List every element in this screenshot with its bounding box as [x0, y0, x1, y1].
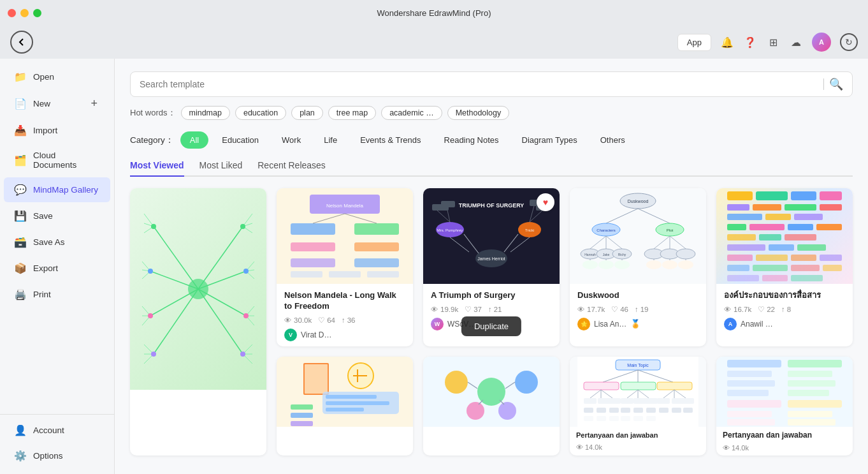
svg-rect-212 [788, 360, 842, 367]
svg-rect-193 [597, 408, 606, 413]
hotword-academic[interactable]: academic … [381, 106, 442, 120]
svg-point-32 [188, 279, 208, 299]
svg-rect-195 [621, 408, 630, 413]
card-7-svg [423, 357, 560, 427]
help-icon[interactable]: ❓ [743, 35, 757, 49]
new-icon: 📄 [14, 98, 27, 110]
sidebar-item-options[interactable]: ⚙️ Options [4, 443, 110, 468]
back-button[interactable] [10, 31, 33, 54]
svg-point-101 [646, 260, 662, 269]
cat-diagram[interactable]: Diagram Types [512, 131, 587, 149]
refresh-icon[interactable]: ↻ [840, 33, 858, 51]
hotword-treemap[interactable]: tree map [328, 106, 376, 120]
card-7-info [423, 427, 560, 438]
cat-work[interactable]: Work [272, 131, 310, 149]
heart-icon-4: ♡ [611, 305, 618, 314]
svg-rect-133 [791, 255, 816, 261]
card-5[interactable]: องค์ประกอบของการสื่อสาร 👁 16.7k ♡ 22 ↑ [716, 188, 853, 346]
heart-button-3[interactable]: ♥ [537, 193, 554, 211]
sidebar-item-save[interactable]: 💾 Save [4, 204, 110, 228]
sidebar-item-export[interactable]: 📦 Export [4, 256, 110, 281]
search-input[interactable] [140, 79, 818, 89]
heart-icon-3: ♡ [465, 305, 472, 314]
sidebar-item-account[interactable]: 👤 Account [4, 418, 110, 443]
svg-point-98 [582, 260, 598, 269]
svg-rect-111 [756, 191, 788, 200]
svg-rect-48 [354, 258, 399, 267]
svg-rect-138 [823, 265, 842, 271]
card-1[interactable] [130, 188, 266, 455]
author-name-2: Virat D… [301, 330, 331, 339]
svg-rect-125 [727, 234, 756, 241]
close-button[interactable] [8, 9, 16, 17]
sidebar-item-print[interactable]: 🖨️ Print [4, 282, 110, 307]
hotword-methodology[interactable]: Methodology [447, 106, 510, 120]
card-4-title: Duskwood [577, 290, 698, 301]
card-3[interactable]: TRIUMPH OF SURGERY Mrs. Pumphrey Tricki … [423, 188, 560, 346]
options-icon: ⚙️ [14, 450, 27, 462]
sidebar-item-cloud[interactable]: 🗂️ Cloud Documents [4, 144, 110, 176]
svg-rect-45 [291, 242, 335, 251]
views-stat: 👁 30.0k [284, 316, 312, 324]
sidebar-item-open[interactable]: 📁 Open [4, 64, 110, 89]
svg-point-34 [240, 224, 245, 229]
views-stat-4: 👁 17.7k [577, 306, 605, 313]
sidebar-item-gallery[interactable]: 💬 MindMap Gallery [4, 177, 110, 202]
card-2[interactable]: Nelson Mandela Nel [277, 188, 413, 346]
svg-rect-191 [681, 398, 694, 404]
card-5-author: A Anawil … [724, 318, 845, 330]
svg-line-1 [198, 226, 243, 289]
svg-rect-202 [597, 416, 606, 421]
card-4[interactable]: Duskwood Characters Plot Hannah Jak [570, 188, 706, 346]
cat-education[interactable]: Education [212, 131, 268, 149]
new-plus-icon[interactable]: + [88, 97, 100, 110]
svg-point-103 [678, 260, 693, 269]
svg-rect-204 [621, 416, 630, 421]
card-2-title: Nelson Mandela - Long Walk to Freedom [284, 290, 405, 312]
user-avatar[interactable]: A [812, 33, 831, 52]
card-5-stats: 👁 16.7k ♡ 22 ↑ 8 [724, 305, 845, 314]
tab-recent[interactable]: Recent Releases [257, 160, 326, 177]
eye-icon-4: 👁 [577, 306, 585, 313]
hotword-education[interactable]: education [235, 106, 286, 120]
sidebar-item-new[interactable]: 📄 New + [4, 91, 110, 117]
hotword-mindmap[interactable]: mindmap [181, 106, 230, 120]
maximize-button[interactable] [33, 9, 41, 17]
notification-icon[interactable]: 🔔 [720, 35, 734, 49]
svg-rect-135 [727, 265, 749, 271]
shares-stat-3: ↑ 21 [488, 306, 502, 313]
tab-most-liked[interactable]: Most Liked [199, 160, 243, 177]
card-1-thumb [130, 188, 266, 390]
tab-most-viewed[interactable]: Most Viewed [130, 160, 184, 177]
cat-others[interactable]: Others [591, 131, 635, 149]
card-3-title: A Triumph of Surgery [431, 290, 552, 301]
svg-rect-141 [791, 275, 823, 281]
hotword-plan[interactable]: plan [291, 106, 323, 120]
svg-rect-171 [584, 382, 619, 390]
svg-point-33 [151, 224, 156, 229]
card-8[interactable]: Main Topic [570, 357, 706, 456]
sidebar-item-import[interactable]: 📥 Import [4, 118, 110, 143]
shares-stat-5: ↑ 8 [781, 306, 791, 313]
search-button[interactable]: 🔍 [829, 77, 843, 91]
saveas-icon: 🗃️ [14, 236, 27, 248]
cat-life[interactable]: Life [314, 131, 347, 149]
sidebar-item-saveas[interactable]: 🗃️ Save As [4, 230, 110, 255]
cat-reading[interactable]: Reading Notes [435, 131, 509, 149]
svg-rect-127 [785, 234, 816, 241]
eye-icon-5: 👁 [724, 306, 732, 313]
card-6[interactable] [277, 357, 413, 456]
app-button[interactable]: App [677, 34, 711, 51]
card-7[interactable] [423, 357, 560, 456]
grid-icon[interactable]: ⊞ [766, 35, 780, 49]
svg-point-100 [614, 260, 630, 269]
cloud-icon[interactable]: ☁ [789, 35, 803, 49]
svg-rect-136 [753, 265, 788, 271]
cat-all[interactable]: All [180, 131, 208, 149]
svg-rect-215 [788, 390, 829, 396]
header-right: App 🔔 ❓ ⊞ ☁ A ↻ [677, 33, 858, 52]
minimize-button[interactable] [20, 9, 29, 17]
cat-events[interactable]: Events & Trends [351, 131, 430, 149]
card-9[interactable]: Pertanyaan dan jawaban 👁 14.0k [716, 357, 853, 456]
svg-rect-112 [791, 191, 816, 200]
